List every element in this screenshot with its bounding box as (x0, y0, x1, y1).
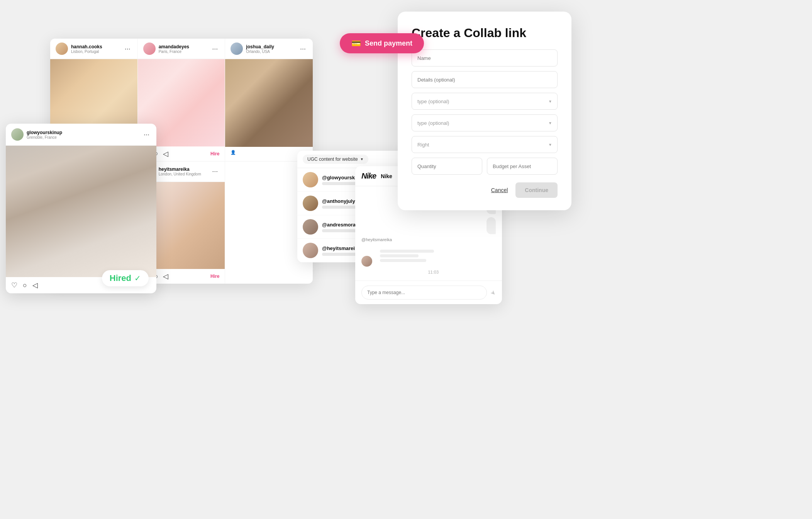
msg-avatar-2 (303, 196, 318, 211)
profile-info-amanda: amandadeyes Paris, France (159, 44, 211, 54)
send-payment-button[interactable]: 💳 Send payment (340, 33, 424, 53)
profile-row-joshua: joshua_daily Orlando, USA ··· (225, 39, 313, 59)
chat-brand-name: Nike (381, 173, 392, 179)
profile-row-amanda: amandadeyes Paris, France ··· (138, 39, 225, 59)
collab-type2-wrapper: type (optional) (412, 114, 558, 131)
glow-username: glowyourskinup (27, 130, 142, 135)
glow-location: Grenoble, France (27, 135, 142, 140)
continue-button[interactable]: Continue (515, 182, 558, 198)
send-message-icon[interactable]: ➤ (489, 288, 498, 297)
collab-budget-field[interactable] (487, 158, 558, 175)
glow-post-image (6, 146, 156, 277)
collab-alignment-wrapper: Right (412, 136, 558, 153)
send-payment-label: Send payment (365, 39, 412, 48)
collab-actions: Cancel Continue (412, 182, 558, 198)
username-joshua: joshua_daily (246, 44, 298, 49)
share-icon-mareika[interactable]: ◁ (163, 272, 168, 281)
chat-input-area: ➤ (355, 281, 502, 304)
receiver-avatar (361, 256, 372, 267)
location-hannah: Lisbon, Portugal (71, 49, 123, 54)
filter-chevron-icon: ▼ (360, 157, 364, 161)
filter-label: UGC content for website (307, 157, 358, 162)
collab-type1-wrapper: type (optional) (412, 93, 558, 110)
collab-type1-select[interactable]: type (optional) (412, 93, 558, 110)
glow-card-header: glowyourskinup Grenoble, France ··· (6, 124, 156, 146)
received-bubbles (375, 245, 439, 267)
location-amanda: Paris, France (159, 49, 211, 54)
quantity-budget-row (412, 158, 558, 175)
avatar-amanda (143, 43, 156, 55)
collab-title: Create a Collab link (412, 26, 558, 40)
avatar-glow (11, 128, 24, 141)
username-amanda: amandadeyes (159, 44, 211, 49)
share-icon-glow[interactable]: ◁ (32, 281, 38, 289)
avatar-joshua (231, 43, 243, 55)
hire-btn-mareika[interactable]: Hire (210, 274, 219, 279)
comment-icon-glow[interactable]: ○ (23, 281, 27, 289)
glow-card: glowyourskinup Grenoble, France ··· ♡ ○ … (6, 124, 156, 293)
like-icon-glow[interactable]: ♡ (11, 281, 17, 289)
profile-info-hannah: hannah.cooks Lisbon, Portugal (71, 44, 123, 54)
bottom-person-icon: 👤 (231, 150, 236, 155)
collab-alignment-select[interactable]: Right (412, 136, 558, 153)
location-joshua: Orlando, USA (246, 49, 298, 54)
chat-received-block: @heyitsmareika 11:03 (361, 237, 439, 274)
nike-logo: Nike (361, 172, 376, 180)
received-avatar-row (361, 245, 439, 267)
hired-label: Hired (110, 273, 131, 283)
collab-name-field[interactable] (412, 49, 558, 66)
hired-checkmark: ✓ (134, 274, 141, 283)
avatar-hannah (56, 43, 68, 55)
message-filter[interactable]: UGC content for website ▼ (303, 155, 368, 164)
profile-row-hannah: hannah.cooks Lisbon, Portugal ··· (50, 39, 137, 59)
username-mareika: heyitsmareika (159, 167, 211, 172)
receiver-chat-time: 11:03 (428, 270, 439, 274)
receiver-name: @heyitsmareika (361, 237, 439, 242)
msg-avatar-4 (303, 243, 318, 258)
glow-profile-info: glowyourskinup Grenoble, France (27, 130, 142, 140)
collab-type2-select[interactable]: type (optional) (412, 114, 558, 131)
hired-badge: Hired ✓ (102, 270, 149, 286)
location-mareika: London, United Kingdom (159, 172, 211, 176)
chat-input-field[interactable] (361, 286, 487, 299)
collab-details-field[interactable] (412, 71, 558, 88)
glow-post-actions: ♡ ○ ◁ Hired ✓ (6, 277, 156, 293)
glow-more-options[interactable]: ··· (142, 131, 151, 139)
grid-col-3: joshua_daily Orlando, USA ··· 👤 (225, 39, 313, 161)
more-options-mareika[interactable]: ··· (210, 167, 219, 175)
payment-icon: 💳 (351, 39, 361, 48)
more-options-hannah[interactable]: ··· (123, 45, 132, 53)
msg-avatar-1 (303, 172, 318, 187)
profile-info-joshua: joshua_daily Orlando, USA (246, 44, 298, 54)
chat-bubble-received-1 (375, 245, 426, 267)
share-icon-amanda[interactable]: ◁ (163, 150, 168, 158)
more-options-amanda[interactable]: ··· (210, 45, 219, 53)
more-options-joshua[interactable]: ··· (298, 45, 307, 53)
post-image-joshua (225, 59, 313, 147)
msg-avatar-3 (303, 219, 318, 235)
chat-bubble-sent-2 (487, 217, 496, 234)
profile-info-mareika: heyitsmareika London, United Kingdom (159, 167, 211, 176)
username-hannah: hannah.cooks (71, 44, 123, 49)
collab-quantity-field[interactable] (412, 158, 482, 175)
hire-btn-amanda[interactable]: Hire (210, 151, 219, 157)
cancel-button[interactable]: Cancel (491, 187, 508, 193)
